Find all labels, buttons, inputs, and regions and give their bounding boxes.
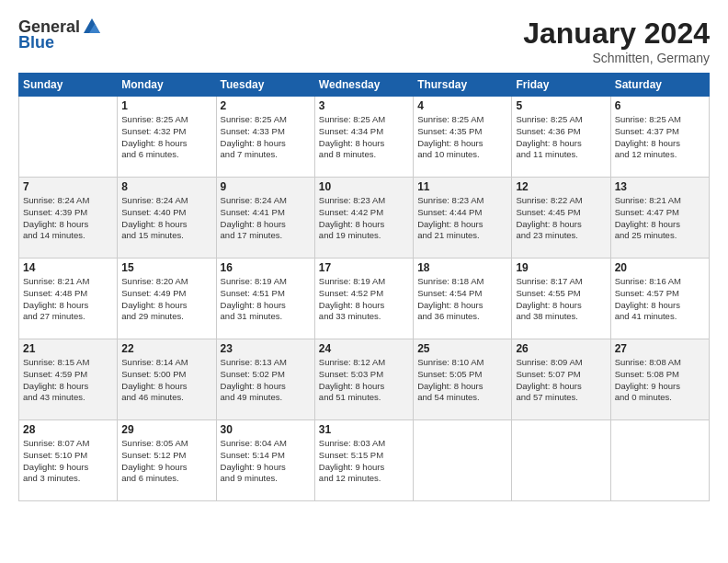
day-number: 25 <box>417 342 507 355</box>
day-info: Sunrise: 8:04 AMSunset: 5:14 PMDaylight:… <box>221 438 311 485</box>
calendar-week-row: 21Sunrise: 8:15 AMSunset: 4:59 PMDayligh… <box>19 339 710 420</box>
table-row <box>610 420 709 501</box>
day-info: Sunrise: 8:13 AMSunset: 5:02 PMDaylight:… <box>221 357 311 404</box>
day-number: 22 <box>121 342 211 355</box>
header-tuesday: Tuesday <box>216 74 314 97</box>
day-number: 15 <box>121 261 211 274</box>
day-number: 6 <box>615 99 705 112</box>
day-info: Sunrise: 8:15 AMSunset: 4:59 PMDaylight:… <box>23 357 113 404</box>
table-row: 4Sunrise: 8:25 AMSunset: 4:35 PMDaylight… <box>414 97 512 178</box>
day-info: Sunrise: 8:03 AMSunset: 5:15 PMDaylight:… <box>319 438 409 485</box>
day-info: Sunrise: 8:23 AMSunset: 4:42 PMDaylight:… <box>319 195 409 242</box>
header-thursday: Thursday <box>414 74 512 97</box>
day-info: Sunrise: 8:25 AMSunset: 4:32 PMDaylight:… <box>121 114 211 161</box>
day-number: 3 <box>319 99 409 112</box>
table-row: 22Sunrise: 8:14 AMSunset: 5:00 PMDayligh… <box>118 339 216 420</box>
calendar-header-row: Sunday Monday Tuesday Wednesday Thursday… <box>19 74 710 97</box>
table-row: 30Sunrise: 8:04 AMSunset: 5:14 PMDayligh… <box>216 420 314 501</box>
day-number: 12 <box>516 180 606 193</box>
day-number: 29 <box>121 423 211 436</box>
day-info: Sunrise: 8:20 AMSunset: 4:49 PMDaylight:… <box>121 276 211 323</box>
day-number: 9 <box>221 180 311 193</box>
table-row: 2Sunrise: 8:25 AMSunset: 4:33 PMDaylight… <box>216 97 314 178</box>
table-row: 14Sunrise: 8:21 AMSunset: 4:48 PMDayligh… <box>19 259 118 339</box>
header-saturday: Saturday <box>610 74 709 97</box>
day-info: Sunrise: 8:21 AMSunset: 4:48 PMDaylight:… <box>23 276 113 323</box>
day-number: 13 <box>615 180 705 193</box>
table-row: 12Sunrise: 8:22 AMSunset: 4:45 PMDayligh… <box>512 178 610 259</box>
calendar-week-row: 28Sunrise: 8:07 AMSunset: 5:10 PMDayligh… <box>19 420 710 501</box>
day-number: 23 <box>221 342 311 355</box>
day-info: Sunrise: 8:08 AMSunset: 5:08 PMDaylight:… <box>615 357 705 404</box>
calendar-week-row: 14Sunrise: 8:21 AMSunset: 4:48 PMDayligh… <box>19 259 710 339</box>
day-number: 26 <box>516 342 606 355</box>
header-monday: Monday <box>118 74 216 97</box>
location: Schmitten, Germany <box>523 51 710 65</box>
day-info: Sunrise: 8:22 AMSunset: 4:45 PMDaylight:… <box>516 195 606 242</box>
table-row: 6Sunrise: 8:25 AMSunset: 4:37 PMDaylight… <box>610 97 709 178</box>
header-sunday: Sunday <box>19 74 118 97</box>
day-number: 17 <box>319 261 409 274</box>
day-info: Sunrise: 8:25 AMSunset: 4:34 PMDaylight:… <box>319 114 409 161</box>
table-row: 5Sunrise: 8:25 AMSunset: 4:36 PMDaylight… <box>512 97 610 178</box>
day-number: 31 <box>319 423 409 436</box>
table-row: 13Sunrise: 8:21 AMSunset: 4:47 PMDayligh… <box>610 178 709 259</box>
day-number: 28 <box>23 423 113 436</box>
table-row: 17Sunrise: 8:19 AMSunset: 4:52 PMDayligh… <box>314 259 413 339</box>
table-row: 16Sunrise: 8:19 AMSunset: 4:51 PMDayligh… <box>216 259 314 339</box>
day-info: Sunrise: 8:05 AMSunset: 5:12 PMDaylight:… <box>121 438 211 485</box>
table-row: 25Sunrise: 8:10 AMSunset: 5:05 PMDayligh… <box>414 339 512 420</box>
day-info: Sunrise: 8:10 AMSunset: 5:05 PMDaylight:… <box>417 357 507 404</box>
day-number: 21 <box>23 342 113 355</box>
day-number: 20 <box>615 261 705 274</box>
calendar-week-row: 7Sunrise: 8:24 AMSunset: 4:39 PMDaylight… <box>19 178 710 259</box>
table-row: 10Sunrise: 8:23 AMSunset: 4:42 PMDayligh… <box>314 178 413 259</box>
month-title: January 2024 <box>523 17 710 51</box>
table-row: 31Sunrise: 8:03 AMSunset: 5:15 PMDayligh… <box>314 420 413 501</box>
day-info: Sunrise: 8:25 AMSunset: 4:33 PMDaylight:… <box>221 114 311 161</box>
table-row: 29Sunrise: 8:05 AMSunset: 5:12 PMDayligh… <box>118 420 216 501</box>
day-info: Sunrise: 8:24 AMSunset: 4:40 PMDaylight:… <box>121 195 211 242</box>
title-block: January 2024 Schmitten, Germany <box>523 17 710 65</box>
day-number: 30 <box>221 423 311 436</box>
logo-icon <box>82 17 102 37</box>
table-row <box>19 97 118 178</box>
day-info: Sunrise: 8:16 AMSunset: 4:57 PMDaylight:… <box>615 276 705 323</box>
header-friday: Friday <box>512 74 610 97</box>
day-info: Sunrise: 8:19 AMSunset: 4:52 PMDaylight:… <box>319 276 409 323</box>
table-row: 19Sunrise: 8:17 AMSunset: 4:55 PMDayligh… <box>512 259 610 339</box>
day-number: 18 <box>417 261 507 274</box>
day-number: 11 <box>417 180 507 193</box>
day-info: Sunrise: 8:25 AMSunset: 4:37 PMDaylight:… <box>615 114 705 161</box>
table-row <box>414 420 512 501</box>
day-number: 1 <box>121 99 211 112</box>
day-number: 10 <box>319 180 409 193</box>
day-number: 7 <box>23 180 113 193</box>
logo-blue-text: Blue <box>18 33 54 52</box>
calendar-week-row: 1Sunrise: 8:25 AMSunset: 4:32 PMDaylight… <box>19 97 710 178</box>
table-row: 27Sunrise: 8:08 AMSunset: 5:08 PMDayligh… <box>610 339 709 420</box>
logo: General Blue <box>18 17 102 52</box>
table-row: 18Sunrise: 8:18 AMSunset: 4:54 PMDayligh… <box>414 259 512 339</box>
calendar: Sunday Monday Tuesday Wednesday Thursday… <box>18 73 710 501</box>
day-info: Sunrise: 8:19 AMSunset: 4:51 PMDaylight:… <box>221 276 311 323</box>
day-number: 16 <box>221 261 311 274</box>
table-row: 7Sunrise: 8:24 AMSunset: 4:39 PMDaylight… <box>19 178 118 259</box>
header-wednesday: Wednesday <box>314 74 413 97</box>
table-row: 9Sunrise: 8:24 AMSunset: 4:41 PMDaylight… <box>216 178 314 259</box>
day-number: 14 <box>23 261 113 274</box>
day-info: Sunrise: 8:14 AMSunset: 5:00 PMDaylight:… <box>121 357 211 404</box>
day-info: Sunrise: 8:09 AMSunset: 5:07 PMDaylight:… <box>516 357 606 404</box>
day-info: Sunrise: 8:24 AMSunset: 4:41 PMDaylight:… <box>221 195 311 242</box>
table-row: 26Sunrise: 8:09 AMSunset: 5:07 PMDayligh… <box>512 339 610 420</box>
day-info: Sunrise: 8:24 AMSunset: 4:39 PMDaylight:… <box>23 195 113 242</box>
table-row: 28Sunrise: 8:07 AMSunset: 5:10 PMDayligh… <box>19 420 118 501</box>
table-row: 24Sunrise: 8:12 AMSunset: 5:03 PMDayligh… <box>314 339 413 420</box>
day-number: 27 <box>615 342 705 355</box>
day-number: 19 <box>516 261 606 274</box>
day-info: Sunrise: 8:25 AMSunset: 4:36 PMDaylight:… <box>516 114 606 161</box>
day-info: Sunrise: 8:21 AMSunset: 4:47 PMDaylight:… <box>615 195 705 242</box>
day-info: Sunrise: 8:18 AMSunset: 4:54 PMDaylight:… <box>417 276 507 323</box>
day-number: 8 <box>121 180 211 193</box>
day-number: 5 <box>516 99 606 112</box>
